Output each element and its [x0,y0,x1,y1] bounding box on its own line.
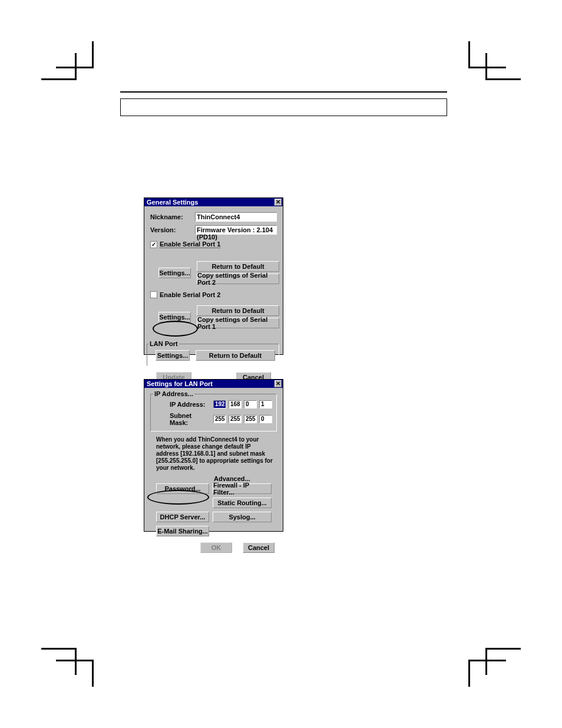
version-label: Version: [150,226,193,233]
port2-copy-button[interactable]: Copy settings of Serial Port 1 [197,318,279,328]
port1-settings-button[interactable]: Settings... [158,268,191,278]
lan-settings-button[interactable]: Settings... [156,350,190,361]
enable-port1-checkbox[interactable]: ✓ [150,241,157,248]
crop-mark [485,648,521,675]
syslog-button[interactable]: Syslog... [213,512,272,522]
enable-port2-checkbox[interactable] [150,291,157,298]
mask-octet-2[interactable]: 255 [229,415,242,423]
ip-address-legend: IP Address... [153,390,194,397]
enable-port2-label: Enable Serial Port 2 [160,291,220,298]
port2-return-default-button[interactable]: Return to Default [197,305,279,316]
static-routing-button[interactable]: Static Routing... [213,498,272,508]
firewall-button[interactable]: Firewall - IP Filter... [213,483,272,494]
ip-octet-2[interactable]: 168 [229,400,242,409]
nickname-input[interactable]: ThinConnect4 [195,212,277,222]
ip-octet-3[interactable]: 0 [244,400,257,409]
hint-text: When you add ThinConnect4 to your networ… [148,431,279,474]
crop-mark [41,53,77,80]
close-icon[interactable]: ✕ [275,380,282,387]
highlight-circle [147,490,209,505]
subnet-mask-label: Subnet Mask: [170,412,211,426]
horizontal-rule [120,91,447,93]
dialog-title: General Settings [147,199,198,206]
titlebar: Settings for LAN Port ✕ [144,380,283,388]
ip-octet-4[interactable]: 1 [259,400,272,409]
port1-return-default-button[interactable]: Return to Default [197,261,279,272]
version-value: Firmware Version : 2.104 (PD10) [195,225,277,235]
crop-mark [41,648,77,675]
lan-return-default-button[interactable]: Return to Default [196,350,275,361]
mask-octet-4[interactable]: 0 [259,415,272,423]
ip-address-label: IP Address: [170,401,211,408]
port1-copy-button[interactable]: Copy settings of Serial Port 2 [197,274,279,284]
lan-port-legend: LAN Port [148,340,179,347]
enable-port1-label: Enable Serial Port 1 [160,241,220,248]
boxed-heading [120,98,447,116]
email-sharing-button[interactable]: E-Mail Sharing... [156,526,209,536]
nickname-label: Nickname: [150,213,193,220]
mask-octet-3[interactable]: 255 [244,415,257,423]
crop-mark [485,53,521,80]
cancel-button[interactable]: Cancel [243,542,275,553]
close-icon[interactable]: ✕ [275,199,282,206]
highlight-circle [153,321,198,337]
mask-octet-1[interactable]: 255 [213,415,226,423]
lan-port-settings-dialog: Settings for LAN Port ✕ IP Address... IP… [144,379,283,532]
dhcp-server-button[interactable]: DHCP Server... [156,512,209,522]
dialog-title: Settings for LAN Port [147,380,213,387]
ok-button[interactable]: OK [200,542,232,553]
titlebar: General Settings ✕ [144,198,283,206]
page-header-area [120,91,447,116]
ip-octet-1[interactable]: 192 [213,400,226,409]
